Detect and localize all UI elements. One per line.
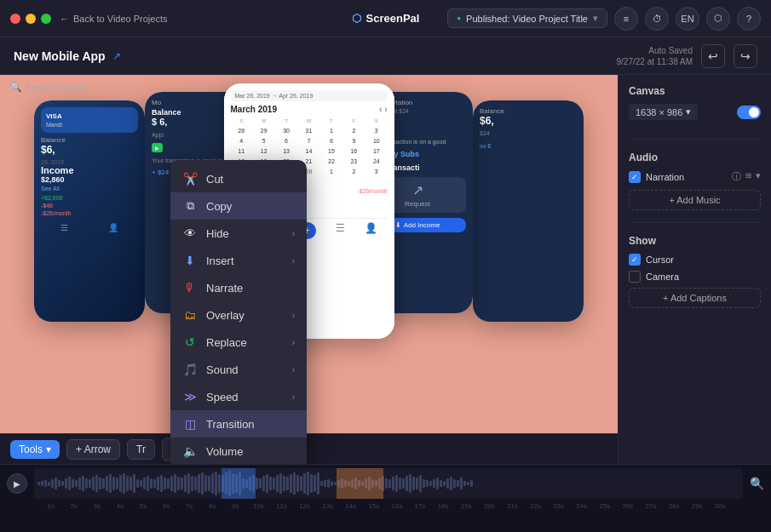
menu-item-hide[interactable]: 👁 Hide ›	[170, 220, 307, 247]
waveform-bar	[187, 473, 190, 494]
main-area: 🔍 Zoom Preview VISA Mandi Balance $6, 26…	[0, 75, 771, 464]
menu-item-cut[interactable]: ✂️ Cut	[170, 165, 307, 192]
timestamp-label: 19s	[455, 502, 478, 510]
timeline-timestamps: const tsContainer = document.currentScri…	[0, 502, 771, 510]
waveform-bar	[388, 479, 391, 488]
published-dot: ●	[457, 14, 461, 22]
waveform-bar	[170, 476, 173, 491]
menu-item-transition[interactable]: ◫ Transition	[170, 410, 307, 438]
canvas-size-badge[interactable]: 1638 × 986 ▾	[629, 104, 698, 120]
maximize-button[interactable]	[41, 14, 51, 24]
camera-checkbox[interactable]	[629, 271, 641, 283]
timestamp-label: 1s	[39, 502, 62, 510]
waveform-bar	[191, 476, 193, 491]
waveform-bar	[48, 482, 50, 486]
replace-label: Replace	[206, 336, 247, 349]
share-icon-btn[interactable]: ⬡	[706, 7, 730, 31]
desc-r: $24	[480, 130, 577, 136]
waveform-bar	[78, 478, 81, 489]
menu-item-volume[interactable]: 🔈 Volume	[170, 438, 307, 464]
redo-button[interactable]: ↪	[734, 44, 757, 68]
published-button[interactable]: ● Published: Video Project Title ▾	[447, 9, 607, 28]
external-link-icon[interactable]: ↗	[112, 50, 121, 62]
tr-button[interactable]: Tr	[127, 439, 155, 460]
narration-row: ✓ Narration ⓘ ≋ ▾	[629, 170, 761, 183]
see-all[interactable]: See All	[41, 186, 138, 192]
canvas-section: Canvas 1638 × 986 ▾	[629, 85, 761, 127]
insert-label: Insert	[206, 255, 234, 267]
waveform-bar	[433, 479, 435, 488]
tr-label: Tr	[136, 443, 146, 455]
canvas-toggle[interactable]	[737, 106, 761, 119]
timestamp-label: 16s	[385, 502, 408, 510]
waveform-bar	[443, 481, 446, 486]
hide-label: Hide	[206, 227, 229, 240]
appbar: New Mobile App ↗ Auto Saved 9/27/22 at 1…	[0, 37, 771, 75]
history-icon-btn[interactable]: ⏱	[645, 7, 669, 31]
timeline-header: ▶ // Generate waveform bars inline const…	[0, 465, 771, 502]
menu-icon-btn[interactable]: ≡	[614, 7, 638, 31]
info-icon[interactable]: ⓘ	[732, 170, 741, 183]
cursor-label: Cursor	[646, 255, 674, 265]
arrow-icon-speed: ›	[292, 392, 295, 402]
menu-item-narrate[interactable]: 🎙 Narrate	[170, 274, 307, 301]
waveform-bar	[37, 482, 40, 485]
waveform-bar	[385, 478, 388, 489]
timestamp-label: 23s	[547, 502, 570, 510]
narration-checkbox[interactable]: ✓	[629, 171, 641, 183]
timestamp-label: 15s	[362, 502, 385, 510]
waveform-bar	[55, 478, 57, 489]
menu-item-replace[interactable]: ↺ Replace ›	[170, 329, 307, 356]
waveform-bar	[44, 480, 47, 487]
play-button[interactable]: ▶	[7, 473, 27, 494]
waveform-bar	[273, 478, 275, 489]
back-to-projects[interactable]: ← Back to Video Projects	[60, 14, 167, 24]
sound-icon: 🎵	[182, 363, 198, 376]
waveform-bar	[426, 480, 429, 487]
cursor-checkbox[interactable]: ✓	[629, 254, 641, 266]
timestamp-label: 18s	[432, 502, 455, 510]
waveform-bar	[181, 478, 183, 489]
timeline-track[interactable]: // Generate waveform bars inline const h…	[34, 468, 743, 499]
list-icon[interactable]: ☰	[336, 222, 345, 239]
user-icon[interactable]: 👤	[365, 222, 377, 239]
menu-item-copy[interactable]: ⧉ Copy	[170, 192, 307, 220]
waveform-bar	[412, 477, 415, 490]
waveform-bar	[307, 472, 309, 495]
menu-item-speed[interactable]: ≫ Speed ›	[170, 383, 307, 410]
copy-icon: ⧉	[182, 199, 198, 213]
minimize-button[interactable]	[26, 14, 36, 24]
add-income-label: Add Income	[404, 221, 440, 229]
menu-item-sound[interactable]: 🎵 Sound ›	[170, 356, 307, 383]
arrow-button[interactable]: + Arrow	[66, 439, 120, 460]
add-music-button[interactable]: + Add Music	[629, 190, 761, 210]
waveform-bar	[324, 480, 326, 487]
waveform-bar	[303, 473, 306, 494]
waveform-bar	[58, 480, 60, 487]
timeline-search-icon[interactable]: 🔍	[750, 477, 764, 490]
traffic-lights	[10, 14, 51, 24]
waveform-bar	[409, 474, 411, 493]
waveform-bar	[331, 481, 333, 486]
camera-row: Camera	[629, 271, 761, 283]
menu-item-insert[interactable]: ⬇ Insert ›	[170, 247, 307, 274]
zoom-preview-label: 🔍 Zoom Preview	[10, 82, 85, 93]
undo-button[interactable]: ↩	[701, 44, 725, 68]
waveform-bar	[99, 478, 101, 489]
tools-label: Tools	[19, 443, 43, 455]
waveform-bar	[215, 472, 217, 495]
help-icon-btn[interactable]: ?	[737, 7, 761, 31]
waveform-bar	[457, 480, 459, 487]
speed-icon: ≫	[182, 390, 198, 403]
timeline-highlight	[222, 468, 256, 499]
timestamp-label: 11s	[270, 502, 293, 510]
tools-button[interactable]: Tools ▾	[10, 440, 60, 459]
language-icon-btn[interactable]: EN	[676, 7, 699, 31]
microphone-icon: 🎙	[182, 281, 198, 295]
waveform-bar	[198, 474, 200, 493]
waveform-bar	[453, 479, 456, 488]
menu-item-overlay[interactable]: 🗂 Overlay ›	[170, 301, 307, 329]
close-button[interactable]	[10, 14, 20, 24]
cal-nav[interactable]: ‹ ›	[379, 105, 387, 114]
add-captions-button[interactable]: + Add Captions	[629, 288, 761, 308]
